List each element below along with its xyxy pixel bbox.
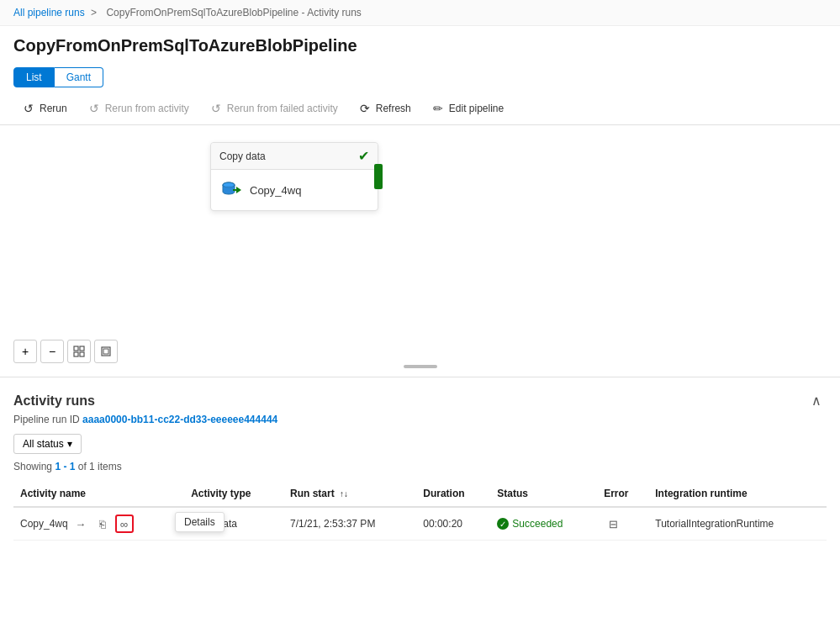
breadcrumb: All pipeline runs > CopyFromOnPremSqlToA… <box>0 0 840 26</box>
view-toggle-group: List Gantt <box>0 62 840 92</box>
node-status-bar <box>374 164 383 189</box>
node-body: Copy_4wq <box>211 170 378 210</box>
showing-text: Showing 1 - 1 of 1 items <box>13 461 827 472</box>
node-header-label: Copy data <box>219 150 266 162</box>
copy-data-icon <box>219 178 243 202</box>
svg-rect-6 <box>74 352 78 356</box>
frame-icon <box>100 346 112 357</box>
pipeline-run-id-label: Pipeline run ID <box>13 414 80 425</box>
scrollbar-indicator <box>404 365 437 368</box>
toolbar: ↺ Rerun ↺ Rerun from activity ↺ Rerun fr… <box>0 92 840 125</box>
svg-rect-9 <box>103 349 108 354</box>
col-activity-type: Activity type <box>184 481 283 507</box>
action-icons: Copy_4wq → ⎗ ∞ <box>20 515 177 533</box>
status-badge: ✓ Succeeded <box>497 518 563 530</box>
frame-button[interactable] <box>94 340 118 363</box>
list-view-button[interactable]: List <box>13 67 55 87</box>
cell-activity-name: Copy_4wq → ⎗ ∞ <box>13 507 184 541</box>
breadcrumb-parent-link[interactable]: All pipeline runs <box>13 7 85 18</box>
status-dot: ✓ <box>497 518 509 530</box>
refresh-button[interactable]: ⟳ Refresh <box>350 98 420 119</box>
col-status: Status <box>490 481 597 507</box>
activity-runs-section: Activity runs ∧ Pipeline run ID aaaa0000… <box>0 377 840 554</box>
node-status-check: ✔ <box>358 148 369 164</box>
col-activity-name: Activity name <box>13 481 184 507</box>
details-tooltip: Details <box>175 512 225 532</box>
cell-duration: 00:00:20 <box>416 507 490 541</box>
svg-rect-7 <box>80 352 84 356</box>
error-details-icon[interactable]: ⊟ <box>604 515 622 533</box>
col-error: Error <box>597 481 648 507</box>
fit-view-button[interactable] <box>67 340 91 363</box>
refresh-icon: ⟳ <box>358 102 372 115</box>
svg-rect-4 <box>74 346 78 351</box>
details-icon[interactable]: ∞ <box>115 515 134 533</box>
rerun-from-failed-icon: ↺ <box>209 102 223 115</box>
svg-point-2 <box>223 186 235 191</box>
zoom-in-button[interactable]: + <box>13 340 37 363</box>
edit-pipeline-button[interactable]: ✏ Edit pipeline <box>423 98 512 119</box>
section-title: Activity runs <box>13 393 95 409</box>
cell-error: ⊟ <box>597 507 648 541</box>
cell-integration-runtime: TutorialIntegrationRuntime <box>648 507 827 541</box>
pipeline-run-id-row: Pipeline run ID aaaa0000-bb11-cc22-dd33-… <box>13 414 827 425</box>
status-filter-button[interactable]: All status ▾ <box>13 434 82 454</box>
sort-icon: ↑↓ <box>340 489 348 499</box>
col-duration: Duration <box>416 481 490 507</box>
fit-icon <box>73 346 85 357</box>
rerun-from-activity-icon: ↺ <box>87 102 101 115</box>
cell-run-start: 7/1/21, 2:53:37 PM <box>283 507 416 541</box>
rerun-from-activity-button[interactable]: ↺ Rerun from activity <box>79 98 198 119</box>
canvas-controls: + − <box>13 340 118 363</box>
pipeline-node[interactable]: Copy data ✔ Copy_4wq <box>210 142 378 211</box>
section-header: Activity runs ∧ <box>13 391 827 410</box>
table-container: Activity name Activity type Run start ↑↓… <box>13 481 827 541</box>
rerun-from-failed-button[interactable]: ↺ Rerun from failed activity <box>201 98 346 119</box>
rerun-icon: ↺ <box>22 102 35 115</box>
activity-runs-table: Activity name Activity type Run start ↑↓… <box>13 481 827 541</box>
open-icon[interactable]: ⎗ <box>93 515 112 533</box>
col-integration-runtime: Integration runtime <box>648 481 827 507</box>
zoom-out-button[interactable]: − <box>40 340 64 363</box>
edit-pipeline-icon: ✏ <box>431 102 445 115</box>
cell-status: ✓ Succeeded <box>490 507 597 541</box>
activity-name-text: Copy_4wq <box>20 518 68 530</box>
gantt-view-button[interactable]: Gantt <box>55 67 103 87</box>
node-header: Copy data ✔ <box>211 143 378 170</box>
chevron-down-icon: ▾ <box>67 438 72 450</box>
pipeline-run-id-value: aaaa0000-bb11-cc22-dd33-eeeeee444444 <box>82 414 277 425</box>
go-to-run-icon[interactable]: → <box>71 515 90 533</box>
node-name: Copy_4wq <box>250 184 301 197</box>
table-row: Copy_4wq → ⎗ ∞ Copy data 7/1/21, 2:53:37… <box>13 507 827 541</box>
breadcrumb-current: CopyFromOnPremSqlToAzureBlobPipeline - A… <box>106 7 361 18</box>
svg-rect-5 <box>80 346 84 351</box>
breadcrumb-separator: > <box>91 7 97 18</box>
pipeline-canvas: Copy data ✔ Copy_4wq + − <box>0 125 840 377</box>
collapse-button[interactable]: ∧ <box>806 391 827 410</box>
page-title: CopyFromOnPremSqlToAzureBlobPipeline <box>0 26 840 62</box>
rerun-button[interactable]: ↺ Rerun <box>13 98 76 119</box>
col-run-start[interactable]: Run start ↑↓ <box>283 481 416 507</box>
